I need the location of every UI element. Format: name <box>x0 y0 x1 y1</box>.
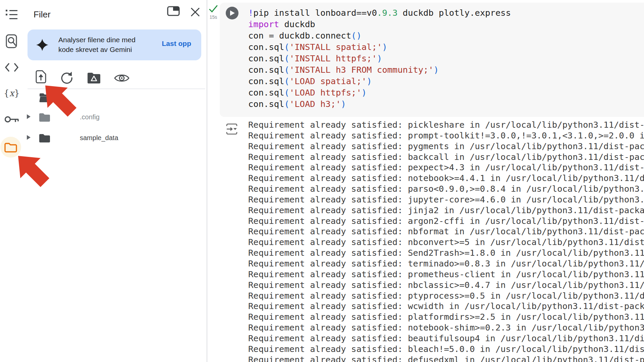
output-line: Requirement already satisfied: defusedxm… <box>248 355 644 362</box>
output-line: Requirement already satisfied: argon2-cf… <box>248 216 644 227</box>
folder-icon <box>39 112 51 122</box>
cell-output: Requirement already satisfied: picklesha… <box>248 120 644 362</box>
code-line[interactable]: con.sql('INSTALL spatial;') <box>248 41 511 53</box>
tree-item-open-folder[interactable] <box>23 90 207 107</box>
search-icon <box>5 34 18 49</box>
cell-output-icon <box>225 123 238 135</box>
last-opp-button[interactable]: Last opp <box>162 40 192 48</box>
tree-item-label: sample_data <box>80 134 118 142</box>
close-icon <box>190 7 201 17</box>
tree-item-label: .config <box>80 113 100 121</box>
code-snippets-button[interactable] <box>0 62 23 73</box>
gemini-banner-line2: kode skrevet av Gemini <box>58 45 136 54</box>
toggle-hidden-files-button[interactable] <box>113 73 130 84</box>
panel-title: Filer <box>34 9 51 20</box>
output-line: Requirement already satisfied: jinja2 in… <box>248 205 644 216</box>
files-button-active-background <box>0 137 21 158</box>
code-line[interactable]: con.sql('LOAD h3;') <box>248 98 511 110</box>
refresh-files-button[interactable] <box>60 71 74 84</box>
close-panel-button[interactable] <box>189 7 201 18</box>
tree-item-sample-data[interactable]: sample_data <box>23 131 207 149</box>
output-line: Requirement already satisfied: pexpect>4… <box>248 162 644 173</box>
execution-duration: 15s <box>207 14 220 20</box>
code-line[interactable]: con.sql('LOAD spatial;') <box>248 75 511 87</box>
toc-button[interactable] <box>0 8 23 21</box>
expand-caret-icon[interactable] <box>27 114 31 119</box>
panel-divider <box>28 88 205 89</box>
code-line[interactable]: import duckdb <box>248 18 511 30</box>
search-button[interactable] <box>0 34 23 49</box>
output-line: Requirement already satisfied: jupyter-c… <box>248 194 644 205</box>
refresh-icon <box>60 71 73 84</box>
code-line[interactable]: con.sql('INSTALL h3 FROM community;') <box>248 64 511 75</box>
code-line[interactable]: con.sql('INSTALL httpfs;') <box>248 53 511 64</box>
variables-icon: {x} <box>4 88 20 98</box>
table-of-contents-icon <box>5 9 18 20</box>
output-line: Requirement already satisfied: wcwidth i… <box>248 301 644 312</box>
open-in-tab-button[interactable] <box>166 5 180 17</box>
code-line[interactable]: !pip install lonboard==v0.9.3 duckdb plo… <box>248 7 511 18</box>
gemini-banner-text: Analyser filene dine med kode skrevet av… <box>58 35 136 54</box>
gemini-banner: Analyser filene dine med kode skrevet av… <box>28 29 201 60</box>
output-line: Requirement already satisfied: notebook>… <box>248 173 644 184</box>
upload-file-button[interactable] <box>34 70 48 84</box>
window-icon <box>167 5 180 17</box>
output-line: Requirement already satisfied: nbconvert… <box>248 237 644 248</box>
output-line: Requirement already satisfied: terminado… <box>248 258 644 269</box>
code-line[interactable]: con = duckdb.connect() <box>248 30 511 41</box>
variables-button[interactable]: {x} <box>0 86 23 100</box>
code-icon <box>4 62 19 72</box>
output-line: Requirement already satisfied: notebook-… <box>248 322 644 333</box>
mount-drive-button[interactable] <box>87 72 101 84</box>
activity-sidebar: {x} <box>0 0 23 362</box>
output-line: Requirement already satisfied: picklesha… <box>248 120 644 130</box>
output-line: Requirement already satisfied: platformd… <box>248 312 644 322</box>
panel-resize-divider[interactable] <box>207 0 207 362</box>
folder-icon <box>4 142 17 153</box>
eye-icon <box>114 73 130 83</box>
key-icon <box>4 114 19 124</box>
play-icon <box>229 10 235 16</box>
secrets-button[interactable] <box>0 113 23 126</box>
output-line: Requirement already satisfied: prompt-to… <box>248 130 644 141</box>
output-line: Requirement already satisfied: bleach!=5… <box>248 344 644 355</box>
output-line: Requirement already satisfied: nbclassic… <box>248 280 644 291</box>
cell-code-editor[interactable]: !pip install lonboard==v0.9.3 duckdb plo… <box>248 7 511 110</box>
output-line: Requirement already satisfied: nbformat … <box>248 226 644 237</box>
code-line[interactable]: con.sql('LOAD httpfs;') <box>248 87 511 98</box>
output-line: Requirement already satisfied: beautiful… <box>248 333 644 344</box>
gemini-sparkle-icon <box>36 38 49 52</box>
output-line: Requirement already satisfied: pygments … <box>248 141 644 152</box>
files-button[interactable] <box>0 137 21 158</box>
output-line: Requirement already satisfied: Send2Tras… <box>248 248 644 258</box>
tree-item-config[interactable]: .config <box>23 111 207 128</box>
run-cell-button[interactable] <box>226 7 238 19</box>
drive-mount-icon <box>87 72 101 84</box>
gemini-banner-line1: Analyser filene dine med <box>58 35 136 45</box>
output-line: Requirement already satisfied: parso<0.9… <box>248 184 644 194</box>
output-line: Requirement already satisfied: backcall … <box>248 152 644 163</box>
output-line: Requirement already satisfied: ptyproces… <box>248 291 644 301</box>
output-line: Requirement already satisfied: prometheu… <box>248 269 644 280</box>
folder-icon <box>39 133 51 143</box>
open-folder-icon <box>39 93 51 103</box>
execution-check-icon <box>209 4 218 14</box>
expand-caret-icon[interactable] <box>27 135 31 140</box>
upload-file-icon <box>35 70 47 84</box>
